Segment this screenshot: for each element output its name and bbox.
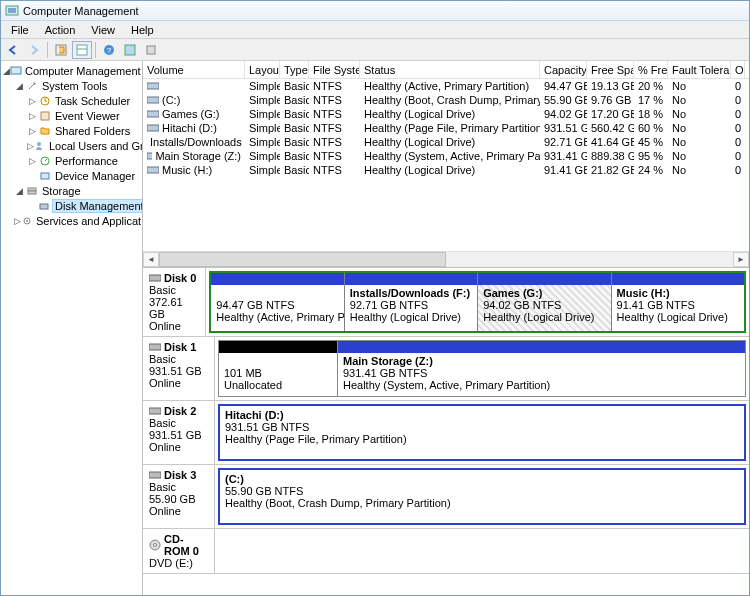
view-list-button[interactable] [72,41,92,59]
svg-rect-28 [149,344,161,350]
table-row[interactable]: (C:)SimpleBasicNTFSHealthy (Boot, Crash … [143,93,749,107]
tree-event-viewer[interactable]: ▷Event Viewer [1,108,142,123]
primary-bar [211,273,343,285]
menu-help[interactable]: Help [123,22,162,38]
tree-services[interactable]: ▷Services and Applications [1,213,142,228]
computer-icon [10,64,22,77]
computer-management-window: Computer Management File Action View Hel… [0,0,750,596]
menubar: File Action View Help [1,21,749,39]
svg-rect-17 [40,204,48,209]
window-title: Computer Management [23,5,139,17]
partition[interactable]: (C:)55.90 GB NTFSHealthy (Boot, Crash Du… [220,470,744,523]
volume-icon [147,109,159,119]
titlebar[interactable]: Computer Management [1,1,749,21]
tree-shared-folders[interactable]: ▷Shared Folders [1,123,142,138]
scroll-track[interactable] [159,252,733,267]
partition[interactable]: Hitachi (D:)931.51 GB NTFSHealthy (Page … [220,406,744,459]
svg-point-12 [37,142,41,146]
svg-rect-23 [147,125,159,131]
partition[interactable]: 94.47 GB NTFSHealthy (Active, Primary Pa… [211,273,344,331]
back-button[interactable] [3,41,23,59]
expand-icon[interactable]: ▷ [27,126,38,136]
table-row[interactable]: Installs/Downloads (F:)SimpleBasicNTFSHe… [143,135,749,149]
svg-rect-7 [125,45,135,55]
volume-icon [147,95,159,105]
disk-graphical-view: Disk 0 Basic 372.61 GB Online 94.47 GB N… [143,268,749,595]
cdrom-icon [149,539,161,551]
volume-icon [147,123,159,133]
partition[interactable]: Installs/Downloads (F:)92.71 GB NTFSHeal… [345,273,478,331]
list-header: Volume Layout Type File System Status Ca… [143,61,749,79]
col-layout[interactable]: Layout [245,61,280,78]
svg-rect-27 [149,275,161,281]
h-scrollbar[interactable]: ◄ ► [143,251,749,267]
table-row[interactable]: Music (H:)SimpleBasicNTFSHealthy (Logica… [143,163,749,177]
col-type[interactable]: Type [280,61,309,78]
tree-performance[interactable]: ▷Performance [1,153,142,168]
col-ft[interactable]: Fault Tolerance [668,61,731,78]
col-volume[interactable]: Volume [143,61,245,78]
expand-icon[interactable]: ▷ [14,216,21,226]
scroll-left-icon[interactable]: ◄ [143,252,159,267]
disk-row-2[interactable]: Disk 2 Basic 931.51 GB Online Hitachi (D… [143,401,749,465]
event-icon [38,109,52,122]
partition-unallocated[interactable]: 101 MBUnallocated [218,340,338,397]
svg-rect-16 [28,191,36,194]
services-icon [21,214,33,227]
col-capacity[interactable]: Capacity [540,61,587,78]
collapse-icon[interactable]: ◢ [3,66,10,76]
menu-file[interactable]: File [3,22,37,38]
svg-rect-14 [41,173,49,179]
disk-row-1[interactable]: Disk 1 Basic 931.51 GB Online 101 MBUnal… [143,337,749,401]
scroll-right-icon[interactable]: ► [733,252,749,267]
tree-root[interactable]: ◢Computer Management (Local [1,63,142,78]
menu-action[interactable]: Action [37,22,84,38]
disk-icon [149,273,161,283]
scroll-thumb[interactable] [159,252,446,267]
collapse-icon[interactable]: ◢ [14,186,25,196]
table-row[interactable]: Games (G:)SimpleBasicNTFSHealthy (Logica… [143,107,749,121]
disk-row-cdrom[interactable]: CD-ROM 0 DVD (E:) [143,529,749,574]
disk-info: Disk 2 Basic 931.51 GB Online [143,401,215,464]
tree-system-tools[interactable]: ◢System Tools [1,78,142,93]
disk-row-0[interactable]: Disk 0 Basic 372.61 GB Online 94.47 GB N… [143,268,749,337]
table-row[interactable]: SimpleBasicNTFSHealthy (Active, Primary … [143,79,749,93]
table-row[interactable]: Hitachi (D:)SimpleBasicNTFSHealthy (Page… [143,121,749,135]
tree-disk-management[interactable]: Disk Management [1,198,142,213]
tree-task-scheduler[interactable]: ▷Task Scheduler [1,93,142,108]
disk-icon [38,199,50,212]
col-pct[interactable]: % Free [634,61,668,78]
refresh-button[interactable] [51,41,71,59]
expand-icon[interactable]: ▷ [27,96,38,106]
collapse-icon[interactable]: ◢ [14,81,25,91]
volume-icon [147,81,159,91]
volume-list: Volume Layout Type File System Status Ca… [143,61,749,268]
partition[interactable]: Games (G:)94.02 GB NTFSHealthy (Logical … [478,273,611,331]
menu-view[interactable]: View [83,22,123,38]
partition[interactable]: Music (H:)91.41 GB NTFSHealthy (Logical … [612,273,744,331]
partition[interactable]: Main Storage (Z:)931.41 GB NTFSHealthy (… [338,340,746,397]
tree-device-manager[interactable]: Device Manager [1,168,142,183]
tree-local-users[interactable]: ▷Local Users and Groups [1,138,142,153]
help-button[interactable]: ? [99,41,119,59]
fwd-button[interactable] [24,41,44,59]
volume-icon [147,151,152,161]
table-row[interactable]: Main Storage (Z:)SimpleBasicNTFSHealthy … [143,149,749,163]
expand-icon[interactable]: ▷ [27,111,38,121]
col-ov[interactable]: O [731,61,745,78]
tree-storage[interactable]: ◢Storage [1,183,142,198]
col-fs[interactable]: File System [309,61,360,78]
device-icon [38,169,52,182]
disk-row-3[interactable]: Disk 3 Basic 55.90 GB Online (C:)55.90 G… [143,465,749,529]
nav-tree[interactable]: ◢Computer Management (Local ◢System Tool… [1,61,143,595]
expand-icon[interactable]: ▷ [27,156,38,166]
col-status[interactable]: Status [360,61,540,78]
list-body[interactable]: SimpleBasicNTFSHealthy (Active, Primary … [143,79,749,251]
col-free[interactable]: Free Space [587,61,634,78]
expand-icon[interactable]: ▷ [27,141,34,151]
svg-rect-8 [147,46,155,54]
storage-icon [25,184,39,197]
svg-rect-30 [149,472,161,478]
settings-button[interactable] [120,41,140,59]
more-button[interactable] [141,41,161,59]
